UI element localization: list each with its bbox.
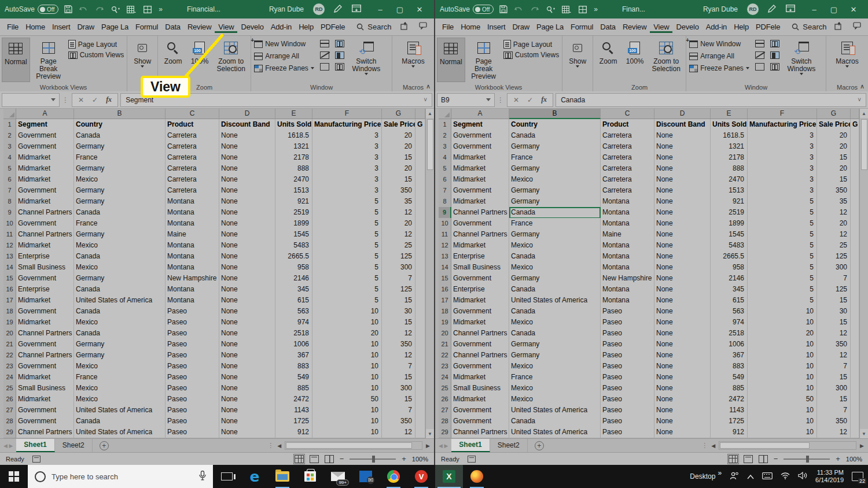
cell[interactable]: 3: [312, 130, 382, 142]
row-header-12[interactable]: 12: [439, 240, 451, 252]
cell[interactable]: 5: [748, 273, 817, 284]
cell[interactable]: 2470: [711, 174, 748, 186]
row-header-18[interactable]: 18: [439, 306, 451, 317]
row-header-20[interactable]: 20: [3, 328, 16, 339]
cell[interactable]: Midmarket: [16, 163, 74, 175]
cell[interactable]: Units Sold: [711, 119, 748, 131]
cell[interactable]: 10: [312, 317, 382, 328]
cell[interactable]: 20: [748, 328, 817, 339]
cell[interactable]: Carretera: [165, 130, 219, 142]
cell[interactable]: Canada: [74, 416, 165, 427]
avatar[interactable]: RD: [313, 3, 325, 15]
cell[interactable]: None: [219, 273, 275, 284]
hscroll-right-icon[interactable]: ▶: [424, 443, 432, 449]
row-header-5[interactable]: 5: [3, 163, 16, 175]
cell[interactable]: 125: [817, 284, 851, 295]
sheet-nav-left-icon[interactable]: ◀ ▶: [0, 443, 16, 449]
column-header-f[interactable]: F: [312, 109, 382, 119]
cell[interactable]: None: [219, 350, 275, 361]
cell[interactable]: Mexico: [509, 262, 601, 273]
taskbar-search[interactable]: Type here to search: [28, 465, 213, 488]
cell[interactable]: Montana: [601, 240, 654, 252]
formula-bar-drag-handle[interactable]: ⋮: [497, 96, 505, 104]
cell[interactable]: France: [74, 372, 165, 383]
ribbon-display-options-icon[interactable]: [786, 5, 795, 14]
page-layout-button[interactable]: Page Layout: [68, 40, 124, 49]
cell-partial[interactable]: [415, 394, 425, 405]
cell[interactable]: Montana: [601, 262, 654, 273]
cell[interactable]: Country: [74, 119, 165, 131]
cell[interactable]: Canada: [509, 416, 601, 427]
row-header-17[interactable]: 17: [3, 295, 16, 306]
cell[interactable]: 3: [312, 185, 382, 197]
split-icon[interactable]: [320, 40, 329, 47]
cell[interactable]: 5: [748, 207, 817, 219]
row-header-11[interactable]: 11: [439, 229, 451, 241]
cell-partial[interactable]: [415, 251, 425, 263]
cell[interactable]: 300: [382, 262, 415, 273]
cell-partial[interactable]: [851, 416, 859, 427]
cell-partial[interactable]: [851, 328, 859, 339]
row-header-28[interactable]: 28: [3, 416, 16, 427]
cell[interactable]: 15: [817, 317, 851, 328]
cell[interactable]: 5: [748, 251, 817, 263]
cell-partial[interactable]: [851, 185, 859, 197]
cell[interactable]: Paseo: [601, 383, 654, 394]
cell-partial[interactable]: [851, 339, 859, 350]
cell[interactable]: Paseo: [601, 394, 654, 405]
chrome-button[interactable]: [380, 465, 407, 488]
cell-partial[interactable]: [415, 328, 425, 339]
cell[interactable]: United States of America: [74, 295, 165, 306]
cell[interactable]: 15: [817, 152, 851, 164]
cell[interactable]: Product: [601, 119, 654, 131]
ribbon-search[interactable]: Search: [356, 23, 391, 31]
insert-function-icon[interactable]: fx: [106, 95, 112, 104]
cell[interactable]: 12: [382, 350, 415, 361]
redo-icon[interactable]: [95, 6, 104, 13]
cell[interactable]: 10: [748, 339, 817, 350]
cell[interactable]: None: [654, 251, 711, 263]
cell[interactable]: None: [219, 262, 275, 273]
cell[interactable]: 10: [748, 383, 817, 394]
cell-partial[interactable]: [415, 130, 425, 142]
cell[interactable]: None: [219, 383, 275, 394]
cell[interactable]: Mexico: [74, 361, 165, 372]
menu-tab-file[interactable]: File: [439, 23, 457, 31]
page-break-preview-button[interactable]: Page Break Preview: [30, 38, 67, 82]
cell[interactable]: Mexico: [509, 383, 601, 394]
sheet-nav-left-icon[interactable]: ◀ ▶: [435, 443, 451, 449]
cell[interactable]: Germany: [74, 339, 165, 350]
cell[interactable]: Midmarket: [451, 372, 509, 383]
column-header-e[interactable]: E: [711, 109, 748, 119]
cell[interactable]: Paseo: [601, 361, 654, 372]
menu-tab-add-in[interactable]: Add-in: [703, 23, 730, 31]
cell[interactable]: 1899: [711, 218, 748, 230]
cell[interactable]: Midmarket: [451, 240, 509, 252]
cell[interactable]: 350: [817, 339, 851, 350]
cell[interactable]: 2472: [275, 394, 312, 405]
cell-partial[interactable]: [415, 262, 425, 273]
minimize-button[interactable]: –: [370, 5, 390, 14]
cell[interactable]: Government: [451, 185, 509, 197]
cell[interactable]: None: [219, 405, 275, 416]
volume-icon[interactable]: [798, 472, 807, 481]
row-header-2[interactable]: 2: [3, 130, 16, 142]
row-header-3[interactable]: 3: [439, 141, 451, 153]
cell[interactable]: None: [219, 295, 275, 306]
cell-partial[interactable]: [415, 427, 425, 438]
cell[interactable]: 12: [817, 328, 851, 339]
cell[interactable]: 15: [382, 394, 415, 405]
cell-partial[interactable]: [415, 405, 425, 416]
cell[interactable]: 2146: [275, 273, 312, 284]
cell[interactable]: 300: [817, 383, 851, 394]
collapse-ribbon-icon[interactable]: ∧: [426, 83, 431, 90]
cell[interactable]: Segment: [451, 119, 509, 131]
cell[interactable]: 2665.5: [711, 251, 748, 263]
page-layout-status-icon[interactable]: [310, 455, 319, 463]
cell[interactable]: Montana: [601, 295, 654, 306]
column-header-partial[interactable]: [415, 109, 425, 119]
cell[interactable]: Enterprise: [451, 251, 509, 263]
horizontal-scrollbar[interactable]: [719, 441, 856, 450]
cell[interactable]: 885: [275, 383, 312, 394]
cell[interactable]: Government: [451, 218, 509, 230]
